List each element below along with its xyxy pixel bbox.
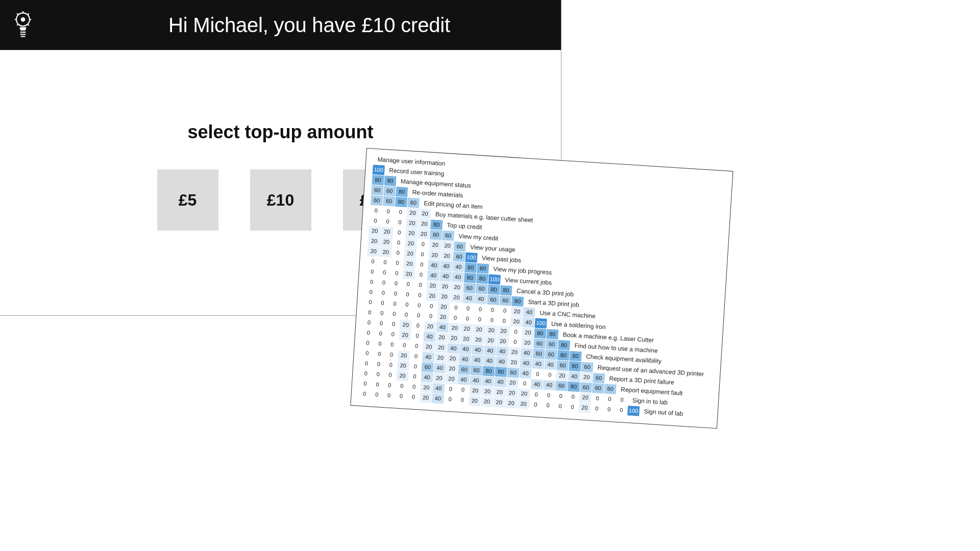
matrix-cell: 40 — [432, 393, 444, 404]
matrix-cell: 0 — [392, 247, 404, 258]
matrix-cell: 20 — [423, 341, 435, 352]
matrix-cell: 0 — [509, 337, 521, 347]
matrix-cell: 0 — [370, 205, 382, 215]
matrix-cell: 20 — [418, 218, 430, 229]
matrix-cell: 20 — [438, 291, 450, 302]
matrix-cell: 20 — [429, 250, 441, 260]
matrix-cell: 40 — [421, 372, 433, 382]
matrix-cell: 60 — [371, 195, 383, 205]
matrix-cell: 0 — [381, 216, 394, 227]
matrix-cell: 0 — [373, 359, 385, 369]
matrix-cell: 0 — [375, 318, 387, 328]
similarity-matrix: Manage user information100Record user tr… — [350, 148, 733, 429]
matrix-cell: 20 — [521, 337, 533, 347]
matrix-cell: 20 — [435, 342, 447, 353]
matrix-cell: 0 — [387, 319, 400, 329]
matrix-cell: 0 — [374, 338, 386, 348]
matrix-cell: 60 — [463, 283, 476, 293]
matrix-cell: 0 — [408, 371, 421, 382]
matrix-cell: 20 — [427, 280, 439, 290]
matrix-cell: 0 — [395, 207, 407, 217]
matrix-cell: 20 — [493, 397, 505, 407]
matrix-cell: 40 — [447, 343, 459, 353]
matrix-cell: 60 — [371, 185, 383, 195]
svg-rect-3 — [20, 34, 26, 35]
amount-button-10[interactable]: £10 — [250, 169, 311, 231]
matrix-cell: 100 — [535, 318, 547, 328]
matrix-cell: 0 — [408, 382, 420, 392]
matrix-cell: 20 — [448, 333, 460, 343]
matrix-cell: 20 — [522, 327, 534, 337]
matrix-cell: 40 — [531, 379, 543, 389]
matrix-cell: 0 — [363, 307, 376, 317]
matrix-cell: 0 — [379, 257, 391, 267]
matrix-cell: 20 — [481, 396, 493, 407]
matrix-cell: 0 — [378, 277, 390, 287]
matrix-cell: 0 — [462, 303, 474, 313]
matrix-cell: 0 — [402, 279, 414, 289]
matrix-cell: 0 — [376, 297, 388, 308]
matrix-cell: 0 — [360, 368, 372, 379]
matrix-cell: 100 — [465, 252, 477, 262]
matrix-cell: 60 — [453, 252, 465, 262]
logo — [0, 11, 46, 39]
matrix-cell: 100 — [488, 274, 501, 284]
matrix-cell: 0 — [395, 391, 407, 401]
matrix-cell: 0 — [398, 340, 410, 350]
matrix-cell: 20 — [405, 228, 418, 238]
matrix-cell: 80 — [396, 186, 408, 196]
matrix-cell: 20 — [450, 292, 462, 302]
matrix-cell: 20 — [442, 240, 454, 251]
matrix-cell: 0 — [592, 393, 604, 403]
matrix-cell: 80 — [570, 350, 582, 361]
matrix-cell: 20 — [469, 395, 481, 406]
topup-prompt: select top-up amount — [0, 121, 561, 143]
svg-rect-2 — [20, 32, 26, 33]
matrix-cell: 20 — [580, 372, 593, 382]
matrix-cell: 20 — [473, 324, 485, 334]
matrix-cell: 80 — [384, 176, 396, 186]
matrix-cell: 20 — [506, 378, 519, 388]
matrix-cell: 0 — [402, 289, 414, 299]
matrix-cell: 0 — [371, 379, 383, 389]
amount-button-5[interactable]: £5 — [157, 169, 218, 231]
matrix-cell: 20 — [579, 392, 592, 403]
matrix-cell: 40 — [482, 376, 494, 386]
matrix-row-label: Top up credit — [447, 221, 482, 231]
matrix-cell: 60 — [533, 338, 546, 348]
matrix-cell: 20 — [506, 388, 518, 398]
matrix-cell: 20 — [368, 246, 380, 256]
matrix-cell: 100 — [627, 406, 640, 416]
matrix-cell: 20 — [494, 387, 506, 397]
matrix-cell: 80 — [430, 219, 443, 230]
matrix-cell: 0 — [486, 315, 498, 325]
matrix-cell: 0 — [411, 331, 424, 341]
matrix-cell: 0 — [542, 400, 554, 410]
matrix-cell: 60 — [383, 186, 396, 196]
matrix-cell: 0 — [474, 304, 486, 314]
matrix-cell: 0 — [425, 300, 437, 311]
matrix-cell: 20 — [418, 229, 430, 239]
greeting-text: Hi Michael, you have £10 credit — [168, 14, 450, 37]
matrix-cell: 0 — [384, 370, 397, 380]
header: Hi Michael, you have £10 credit — [0, 0, 561, 50]
matrix-cell: 20 — [447, 353, 459, 363]
matrix-cell: 0 — [382, 206, 395, 216]
matrix-cell: 0 — [461, 313, 474, 323]
matrix-cell: 40 — [496, 346, 508, 356]
matrix-row-label: View past jobs — [481, 255, 521, 264]
matrix-cell: 60 — [556, 360, 569, 370]
matrix-cell: 0 — [603, 394, 616, 404]
matrix-cell: 40 — [439, 271, 452, 281]
matrix-cell: 20 — [497, 336, 509, 346]
matrix-cell: 0 — [450, 302, 462, 312]
matrix-cell: 0 — [566, 402, 578, 412]
matrix-cell: 60 — [476, 284, 488, 294]
matrix-cell: 20 — [449, 322, 461, 333]
matrix-cell: 20 — [518, 388, 530, 398]
matrix-cell: 80 — [569, 361, 581, 371]
matrix-cell: 20 — [380, 237, 393, 247]
matrix-cell: 40 — [494, 377, 506, 387]
matrix-cell: 0 — [393, 227, 405, 237]
matrix-cell: 20 — [439, 281, 451, 291]
